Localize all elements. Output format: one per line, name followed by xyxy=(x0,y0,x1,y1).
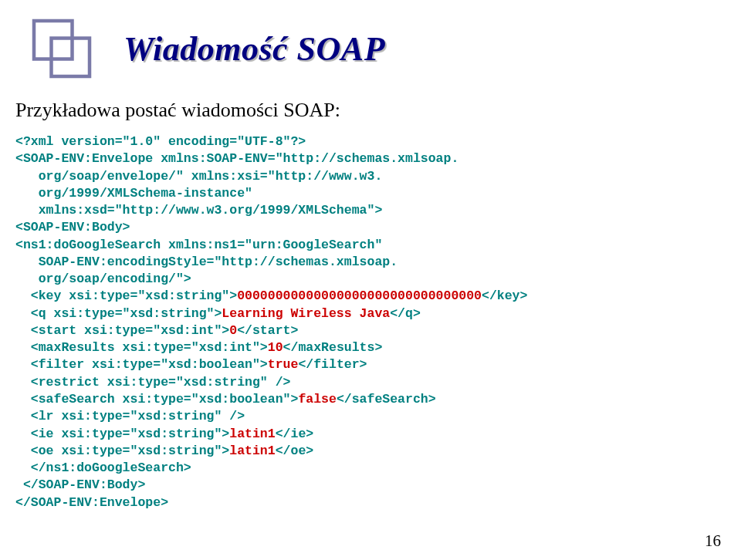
code-line: <oe xsi:type="xsd:string">latin1</oe> xyxy=(15,444,313,458)
code-line: xmlns:xsd="http://www.w3.org/1999/XMLSch… xyxy=(15,203,382,218)
code-line: <restrict xsi:type="xsd:string" /> xyxy=(15,375,290,390)
code-line: </SOAP-ENV:Envelope> xyxy=(15,495,168,510)
code-line: </SOAP-ENV:Body> xyxy=(15,477,145,492)
code-line: <ie xsi:type="xsd:string">latin1</ie> xyxy=(15,427,313,441)
code-value: latin1 xyxy=(229,427,275,441)
code-line: <start xsi:type="xsd:int">0</start> xyxy=(15,323,298,338)
code-line: <q xsi:type="xsd:string">Learning Wirele… xyxy=(15,306,421,321)
code-line: org/1999/XMLSchema-instance" xyxy=(15,186,252,201)
code-line: <key xsi:type="xsd:string">0000000000000… xyxy=(15,288,527,303)
code-value: latin1 xyxy=(229,444,275,458)
code-line: </ns1:doGoogleSearch> xyxy=(15,460,191,475)
page-number: 16 xyxy=(705,531,721,551)
code-value: 0 xyxy=(229,323,237,338)
code-line: <?xml version="1.0" encoding="UTF-8"?> xyxy=(15,134,306,149)
code-line: <lr xsi:type="xsd:string" /> xyxy=(15,409,245,423)
code-line: <safeSearch xsi:type="xsd:boolean">false… xyxy=(15,392,436,407)
code-line: SOAP-ENV:encodingStyle="http://schemas.x… xyxy=(15,255,398,269)
code-line: org/soap/envelope/" xmlns:xsi="http://ww… xyxy=(15,169,382,184)
code-value: 10 xyxy=(268,340,283,355)
code-line: <ns1:doGoogleSearch xmlns:ns1="urn:Googl… xyxy=(15,238,382,252)
code-line: org/soap/encoding/"> xyxy=(15,272,191,286)
code-value: 00000000000000000000000000000000 xyxy=(237,288,482,303)
code-value: false xyxy=(298,392,337,407)
code-line: <filter xsi:type="xsd:boolean">true</fil… xyxy=(15,357,367,372)
slide-subtitle: Przykładowa postać wiadomości SOAP: xyxy=(15,99,726,122)
overlapping-squares-icon xyxy=(27,14,96,83)
code-value: Learning Wireless Java xyxy=(222,306,390,321)
soap-code-block: <?xml version="1.0" encoding="UTF-8"?> <… xyxy=(15,133,726,511)
slide-title: Wiadomość SOAP xyxy=(124,29,385,69)
code-line: <SOAP-ENV:Envelope xmlns:SOAP-ENV="http:… xyxy=(15,151,458,166)
code-line: <maxResults xsi:type="xsd:int">10</maxRe… xyxy=(15,340,382,355)
code-value: true xyxy=(268,357,299,372)
slide-header: Wiadomość SOAP xyxy=(27,14,726,83)
code-line: <SOAP-ENV:Body> xyxy=(15,220,130,234)
